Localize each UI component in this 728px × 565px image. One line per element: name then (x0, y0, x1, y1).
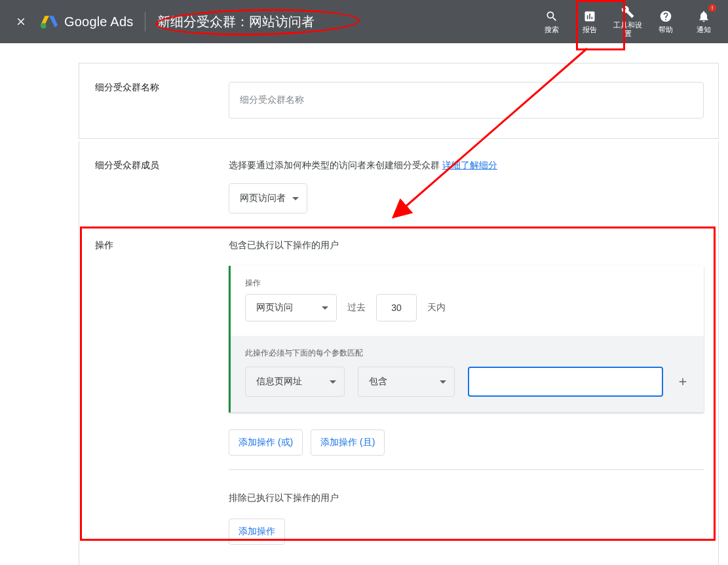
bell-icon (697, 10, 710, 23)
header-divider (145, 12, 145, 31)
caret-down-icon (322, 306, 328, 310)
close-icon (15, 16, 27, 27)
action-type-dropdown[interactable]: 网页访问 (245, 294, 337, 321)
nav-label: 工具和设置 (612, 21, 643, 38)
nav-reports[interactable]: 报告 (571, 1, 609, 42)
add-action-and-button[interactable]: 添加操作 (且) (311, 429, 385, 456)
match-operator-dropdown[interactable]: 包含 (358, 367, 455, 397)
action-condition-block: 操作 网页访问 过去 30 天内 (229, 266, 704, 412)
nav-label: 通知 (697, 26, 711, 34)
caret-down-icon (440, 380, 446, 384)
param-type-dropdown[interactable]: 信息页网址 (245, 367, 345, 397)
bar-chart-icon (583, 10, 596, 23)
members-help: 选择要通过添加何种类型的访问者来创建细分受众群 详细了解细分 (229, 160, 704, 172)
action-block-label: 操作 (245, 278, 689, 289)
help-icon (659, 10, 672, 23)
nav-tools[interactable]: 工具和设置 (609, 1, 647, 42)
nav-notifications[interactable]: 通知 ! (685, 1, 723, 42)
segment-name-input[interactable]: 细分受众群名称 (229, 82, 704, 118)
days-input[interactable]: 30 (376, 294, 417, 321)
segment-members-label: 细分受众群成员 (79, 160, 229, 213)
segment-members-card: 细分受众群成员 选择要通过添加何种类型的访问者来创建细分受众群 详细了解细分 网… (79, 141, 719, 565)
include-users-header: 包含已执行以下操作的用户 (229, 240, 704, 251)
app-header: Google Ads 新细分受众群：网站访问者 搜索 报告 工具和设置 帮助 通… (0, 0, 728, 43)
wrench-icon (621, 5, 634, 18)
learn-more-link[interactable]: 详细了解细分 (442, 160, 497, 170)
page-title: 新细分受众群：网站访问者 (157, 13, 315, 31)
past-label: 过去 (347, 302, 366, 314)
search-icon (545, 10, 558, 23)
days-suffix: 天内 (427, 302, 446, 314)
header-nav: 搜索 报告 工具和设置 帮助 通知 ! (533, 1, 723, 42)
nav-label: 搜索 (545, 26, 559, 34)
nav-label: 报告 (583, 26, 597, 34)
google-ads-logo-icon (41, 13, 58, 30)
svg-marker-1 (49, 16, 58, 27)
visitor-type-dropdown[interactable]: 网页访问者 (229, 183, 307, 213)
plus-icon (677, 376, 689, 388)
caret-down-icon (292, 197, 299, 200)
add-action-or-button[interactable]: 添加操作 (或) (229, 429, 303, 456)
nav-search[interactable]: 搜索 (533, 1, 571, 42)
add-exclude-action-button[interactable]: 添加操作 (229, 519, 285, 545)
segment-name-placeholder: 细分受众群名称 (240, 94, 304, 106)
param-value-input[interactable] (468, 367, 663, 397)
notification-badge: ! (708, 4, 716, 12)
caret-down-icon (330, 380, 336, 384)
add-param-button[interactable] (676, 375, 689, 388)
svg-point-2 (41, 23, 47, 29)
nav-help[interactable]: 帮助 (647, 1, 685, 42)
exclude-users-header: 排除已执行以下操作的用户 (229, 492, 704, 504)
segment-name-card: 细分受众群名称 细分受众群名称 (79, 63, 719, 139)
nav-label: 帮助 (659, 26, 673, 34)
segment-name-label: 细分受众群名称 (79, 82, 229, 118)
match-params-label: 此操作必须与下面的每个参数匹配 (245, 348, 689, 359)
actions-label: 操作 (79, 240, 229, 545)
close-button[interactable] (13, 14, 29, 29)
brand-name: Google Ads (64, 14, 133, 29)
